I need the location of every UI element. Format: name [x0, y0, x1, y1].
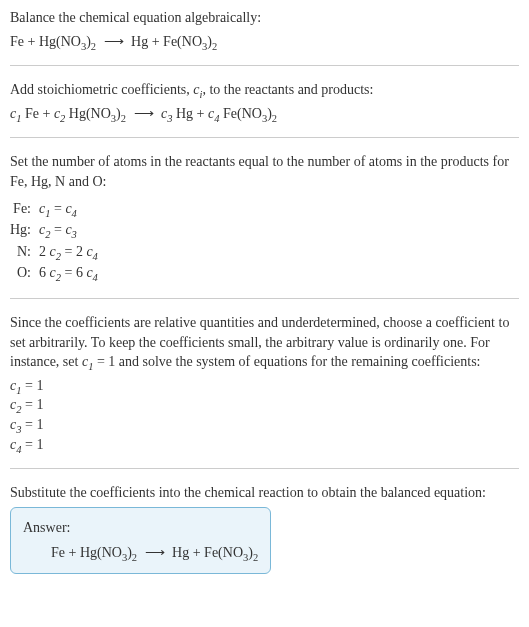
step1-text: Add stoichiometric coefficients, ci, to … — [10, 80, 519, 100]
table-row: N: 2 c2 = 2 c4 — [10, 241, 104, 263]
balance-eq: c2 = c3 — [39, 219, 104, 241]
reaction-arrow: ⟶ — [100, 34, 128, 49]
step2-section: Set the number of atoms in the reactants… — [10, 152, 519, 284]
step3-section: Since the coefficients are relative quan… — [10, 313, 519, 454]
intro-text: Balance the chemical equation algebraica… — [10, 8, 519, 28]
step2-text: Set the number of atoms in the reactants… — [10, 152, 519, 191]
step4-section: Substitute the coefficients into the che… — [10, 483, 519, 574]
table-row: Fe: c1 = c4 — [10, 198, 104, 220]
coef-solution: c2 = 1 — [10, 395, 519, 415]
answer-box: Answer: Fe + Hg(NO3)2 ⟶ Hg + Fe(NO3)2 — [10, 507, 271, 574]
balanced-equation: Fe + Hg(NO3)2 ⟶ Hg + Fe(NO3)2 — [23, 543, 258, 563]
coef-solution: c4 = 1 — [10, 435, 519, 455]
balance-eq: 6 c2 = 6 c4 — [39, 262, 104, 284]
coef-equation: c1 Fe + c2 Hg(NO3)2 ⟶ c3 Hg + c4 Fe(NO3)… — [10, 104, 519, 124]
species-hg: Hg — [131, 34, 148, 49]
element-label: N: — [10, 241, 39, 263]
step1-section: Add stoichiometric coefficients, ci, to … — [10, 80, 519, 123]
balance-eq: c1 = c4 — [39, 198, 104, 220]
element-label: O: — [10, 262, 39, 284]
unbalanced-equation: Fe + Hg(NO3)2 ⟶ Hg + Fe(NO3)2 — [10, 32, 519, 52]
divider — [10, 468, 519, 469]
intro-section: Balance the chemical equation algebraica… — [10, 8, 519, 51]
element-label: Fe: — [10, 198, 39, 220]
balance-eq: 2 c2 = 2 c4 — [39, 241, 104, 263]
step3-text: Since the coefficients are relative quan… — [10, 313, 519, 372]
coef-solution: c1 = 1 — [10, 376, 519, 396]
divider — [10, 298, 519, 299]
species-hgno32: Hg(NO3)2 — [39, 34, 96, 49]
table-row: O: 6 c2 = 6 c4 — [10, 262, 104, 284]
divider — [10, 137, 519, 138]
element-label: Hg: — [10, 219, 39, 241]
table-row: Hg: c2 = c3 — [10, 219, 104, 241]
coefficient-solutions: c1 = 1 c2 = 1 c3 = 1 c4 = 1 — [10, 376, 519, 454]
species-fe: Fe — [10, 34, 24, 49]
divider — [10, 65, 519, 66]
atom-balance-table: Fe: c1 = c4 Hg: c2 = c3 N: 2 c2 = 2 c4 O… — [10, 198, 104, 284]
step4-text: Substitute the coefficients into the che… — [10, 483, 519, 503]
coef-solution: c3 = 1 — [10, 415, 519, 435]
answer-label: Answer: — [23, 518, 258, 538]
species-feno32: Fe(NO3)2 — [163, 34, 217, 49]
